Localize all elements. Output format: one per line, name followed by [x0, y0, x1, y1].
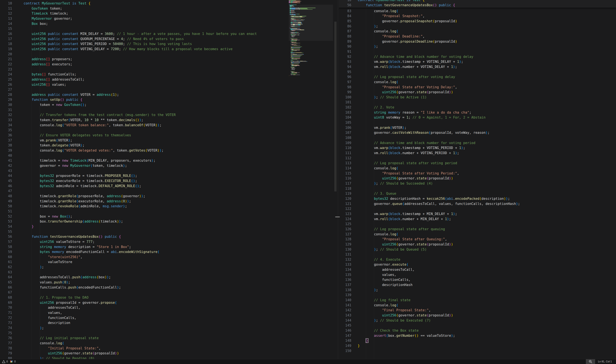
line-number[interactable]: 42	[0, 163, 12, 168]
code-line[interactable]: 120 bytes32 descriptionHash = keccak256(…	[339, 196, 616, 201]
code-line[interactable]: 109 // Advance time and block number for…	[339, 141, 616, 146]
code-line[interactable]: 99 uint256(governor.state(proposalId))	[339, 90, 616, 95]
line-number[interactable]: 72	[0, 315, 12, 321]
code-line[interactable]: 31	[0, 107, 338, 113]
line-number[interactable]: 71	[0, 310, 12, 315]
code-line[interactable]: 37 vm.prank(VOTER);	[0, 138, 338, 143]
code-line[interactable]: 80 ); // Should be Pending (0)	[0, 356, 338, 359]
zoom-indicator[interactable]	[586, 359, 595, 364]
line-number[interactable]: 145	[339, 323, 351, 328]
line-number[interactable]: 148	[339, 338, 351, 343]
code-line[interactable]: 45 bytes32 executorRole = timelock.EXECU…	[0, 179, 338, 184]
code-line[interactable]: 69 uint256 proposalId = governor.propose…	[0, 300, 338, 305]
code-line[interactable]: 51	[0, 209, 338, 214]
code-line[interactable]: 38 token.delegate(VOTER);	[0, 143, 338, 148]
code-line[interactable]: 129 uint256(governor.state(proposalId))	[339, 242, 616, 247]
line-number[interactable]: 89	[339, 39, 351, 44]
line-number[interactable]: 88	[339, 34, 351, 39]
line-number[interactable]: 24	[0, 72, 12, 77]
line-number[interactable]: 128	[339, 237, 351, 242]
code-line[interactable]: 86 );	[339, 24, 616, 29]
code-line[interactable]: 64 addressesToCall.push(address(box));	[0, 275, 338, 280]
code-line[interactable]: 144 ); // Should be Executed (7)	[339, 318, 616, 323]
line-number[interactable]: 53	[0, 219, 12, 224]
code-line[interactable]: 123 vm.warp(block.timestamp + MIN_DELAY …	[339, 211, 616, 217]
line-number[interactable]: 20	[0, 52, 12, 57]
line-number[interactable]: 41	[0, 158, 12, 163]
code-line[interactable]: 143 uint256(governor.state(proposalId))	[339, 313, 616, 318]
code-line[interactable]: 88 "Proposal Deadline:",	[339, 34, 616, 39]
line-number[interactable]: 119	[339, 191, 351, 196]
line-number[interactable]: 112	[339, 156, 351, 161]
code-line[interactable]: 111 vm.roll(block.number + VOTING_PERIOD…	[339, 151, 616, 156]
code-line[interactable]: 55	[0, 229, 338, 234]
line-number[interactable]: 40	[0, 153, 12, 158]
code-line[interactable]: 126 // Log proposal state after queuing	[339, 227, 616, 232]
code-line[interactable]: 95	[339, 69, 616, 75]
code-line[interactable]: 61 valueToStore	[0, 260, 338, 265]
code-line[interactable]: 148 }	[339, 338, 616, 343]
line-number[interactable]: 65	[0, 280, 12, 285]
code-line[interactable]: 14 Box box;	[0, 21, 338, 26]
line-number[interactable]: 114	[339, 166, 351, 171]
line-number[interactable]: 123	[339, 211, 351, 217]
extension-status-indicator[interactable]: 0	[10, 360, 16, 363]
line-number[interactable]: 33	[0, 117, 12, 123]
code-line[interactable]: 59 bytes memory encodedFunctionCall = ab…	[0, 249, 338, 255]
code-line[interactable]: 58 string memory description = "Store 1 …	[0, 245, 338, 250]
code-line[interactable]: 53 box.transferOwnership(address(timeloc…	[0, 219, 338, 224]
line-number[interactable]: 139	[339, 293, 351, 298]
line-number[interactable]: 10	[339, 0, 351, 3]
line-number[interactable]: 100	[339, 95, 351, 100]
line-number[interactable]: 118	[339, 186, 351, 191]
line-number[interactable]: 46	[0, 184, 12, 189]
line-number[interactable]: 22	[0, 62, 12, 67]
editor-pane-right[interactable]: 82 // Fetch proposal details83 console.l…	[339, 0, 616, 359]
code-line[interactable]: 145	[339, 323, 616, 328]
code-line[interactable]: 104 uint8 voteWay = 1; // 0 = Against, 1…	[339, 115, 616, 120]
code-line[interactable]: 118	[339, 186, 616, 191]
code-line[interactable]: 18 uint256 public constant VOTING_PERIOD…	[0, 41, 338, 47]
line-number[interactable]: 109	[339, 141, 351, 146]
line-number[interactable]: 43	[0, 168, 12, 173]
code-line[interactable]: 130 ); // Should be Queued (5)	[339, 247, 616, 252]
line-number[interactable]: 107	[339, 130, 351, 135]
line-number[interactable]: 59	[0, 249, 12, 255]
line-number[interactable]: 52	[0, 214, 12, 219]
line-number[interactable]: 117	[339, 181, 351, 186]
code-line[interactable]: 131	[339, 252, 616, 257]
line-number[interactable]: 85	[339, 19, 351, 24]
code-line[interactable]: 92 // Advance time and block number for …	[339, 54, 616, 59]
line-number[interactable]: 17	[0, 37, 12, 42]
code-line[interactable]: 33 token.transfer(VOTER, 10 * 10 ** toke…	[0, 117, 338, 123]
code-line[interactable]: 142 "Final Proposal State:",	[339, 308, 616, 313]
code-line[interactable]: 41 timelock = new TimeLock(MIN_DELAY, pr…	[0, 158, 338, 163]
code-line[interactable]: 140 // Log final state	[339, 298, 616, 303]
code-line[interactable]: 30 token = new GovToken();	[0, 102, 338, 107]
code-line[interactable]: 71 values,	[0, 310, 338, 315]
code-line[interactable]: 137 descriptionHash	[339, 283, 616, 287]
line-number[interactable]: 143	[339, 313, 351, 318]
line-number[interactable]: 90	[339, 44, 351, 49]
problems-indicator[interactable]: 0	[2, 360, 8, 363]
line-number[interactable]: 106	[339, 125, 351, 130]
line-number[interactable]: 15	[0, 26, 12, 31]
code-line[interactable]: 27	[0, 87, 338, 92]
line-number[interactable]: 142	[339, 308, 351, 313]
line-number[interactable]: 108	[339, 135, 351, 141]
line-number[interactable]: 98	[339, 85, 351, 90]
line-number[interactable]: 84	[339, 14, 351, 19]
code-line[interactable]: 127 console.log(	[339, 232, 616, 237]
line-number[interactable]: 102	[339, 105, 351, 110]
line-number[interactable]: 131	[339, 252, 351, 257]
code-line[interactable]: 133 governor.execute(	[339, 262, 616, 267]
line-number[interactable]: 64	[0, 275, 12, 280]
code-line[interactable]: 62 );	[0, 265, 338, 270]
line-number[interactable]: 37	[0, 138, 12, 143]
line-number[interactable]: 32	[0, 113, 12, 117]
code-line[interactable]: 19 uint256 public constant VOTING_DELAY …	[0, 47, 338, 52]
code-line[interactable]: 107 governor.castVoteWithReason(proposal…	[339, 130, 616, 135]
code-line[interactable]: 121 governor.queue(addressesToCall, valu…	[339, 201, 616, 207]
line-number[interactable]: 124	[339, 217, 351, 222]
line-number[interactable]: 63	[0, 270, 12, 275]
